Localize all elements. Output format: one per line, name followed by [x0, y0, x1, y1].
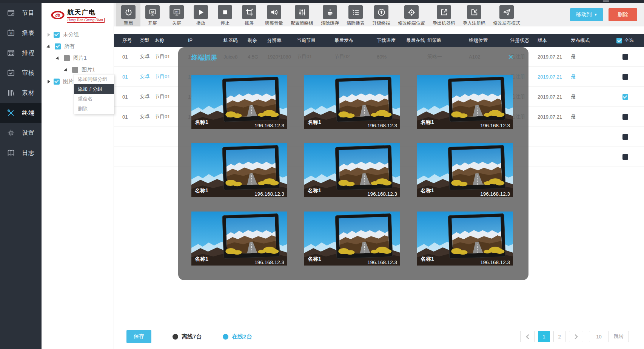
col-header-terminal-location: 终端位置: [469, 37, 510, 44]
terminal-screenshot-tile[interactable]: 名称1 196.168.12.3: [191, 143, 287, 197]
toolbar-button[interactable]: NO 开屏: [140, 3, 165, 26]
toolbar-button-label: 修改终端位置: [398, 20, 425, 26]
sidebar-item[interactable]: 审核: [0, 63, 42, 83]
tree-node[interactable]: 所有: [42, 40, 114, 52]
terminal-screenshot-tile[interactable]: 名称1 196.168.12.3: [304, 75, 400, 129]
sidebar: 节目 23 播表 排程 审核 素材 终端 设置 日志: [0, 3, 42, 349]
table-header: 序号 类型 名称 IP 机器码 剩余 分辨率 当前节目 最后发布 下载进度 最后…: [114, 34, 644, 47]
toolbar-button-label: 调整音量: [265, 20, 283, 26]
delete-button[interactable]: 删除: [609, 8, 637, 21]
tree-node-checkbox[interactable]: [54, 79, 60, 85]
jump-button[interactable]: 跳转: [609, 331, 629, 342]
tree-node-checkbox[interactable]: [55, 43, 61, 49]
row-checkbox[interactable]: [622, 114, 628, 120]
page-button[interactable]: 2: [553, 331, 565, 342]
tree-expand-icon[interactable]: [46, 45, 52, 51]
cell-seq: 01: [122, 74, 140, 80]
terminal-screenshot-tile[interactable]: 名称1 196.168.12.3: [191, 212, 287, 266]
tree-expand-icon[interactable]: [64, 68, 70, 74]
col-header-machine-code: 机器码: [223, 37, 248, 44]
sidebar-item-label: 日志: [22, 149, 35, 157]
tree-expand-icon[interactable]: [48, 80, 52, 83]
sidebar-item[interactable]: 排程: [0, 43, 42, 63]
sidebar-item[interactable]: 日志: [0, 143, 42, 163]
toolbar-button[interactable]: 调整音量: [261, 3, 287, 26]
move-to-label: 移动到: [576, 11, 592, 18]
tree-node-checkbox[interactable]: [72, 67, 78, 73]
sidebar-item[interactable]: 素材: [0, 83, 42, 103]
toolbar-button[interactable]: 修改发布模式: [489, 3, 524, 26]
select-all-checkbox[interactable]: [616, 38, 622, 43]
page-button[interactable]: 1: [538, 331, 550, 342]
tree-node-checkbox[interactable]: [64, 55, 70, 61]
svg-text:db: db: [55, 13, 60, 17]
save-button[interactable]: 保存: [126, 330, 151, 343]
toolbar-button[interactable]: OFF 关屏: [165, 3, 189, 26]
terminal-screenshot-tile[interactable]: 名称1 196.168.12.3: [417, 212, 513, 266]
toolbar-button[interactable]: 抓屏: [237, 3, 261, 26]
close-icon[interactable]: ×: [508, 53, 513, 61]
sidebar-item[interactable]: 设置: [0, 123, 42, 143]
toolbar-button[interactable]: 播放: [189, 3, 213, 26]
move-to-button[interactable]: 移动到 ▼: [570, 8, 603, 21]
toolbar-button-label: 停止: [220, 20, 230, 26]
toolbar-button[interactable]: 升级终端: [368, 3, 394, 26]
cell-version: 2019.07.21: [538, 114, 571, 120]
toolbar-button[interactable]: 停止: [213, 3, 237, 26]
next-page-button[interactable]: [569, 331, 583, 342]
tree-node[interactable]: 图片1: [42, 52, 114, 64]
tile-terminal-ip: 196.168.12.3: [480, 123, 510, 128]
tree-node-label: 未分组: [63, 31, 79, 38]
toolbar-button-icon: [323, 5, 337, 19]
tree-expand-icon[interactable]: [55, 56, 62, 62]
context-menu-item[interactable]: 添加同级分组: [74, 74, 114, 84]
terminal-screenshot-tile[interactable]: 名称1 196.168.12.3: [417, 75, 513, 129]
toolbar-button[interactable]: 重启: [116, 3, 140, 26]
toolbar-button-icon: [295, 5, 309, 19]
tree-expand-icon[interactable]: [48, 33, 52, 37]
row-checkbox[interactable]: [622, 54, 628, 60]
terminal-screenshot-tile[interactable]: 名称1 196.168.12.3: [191, 75, 287, 129]
cell-type: 安卓: [140, 73, 155, 80]
context-menu-item[interactable]: 删除: [74, 104, 114, 114]
toolbar-button-label: 清除缓存: [321, 20, 339, 26]
cell-seq: 01: [122, 54, 140, 60]
sidebar-item[interactable]: 终端: [0, 103, 42, 123]
toolbar-button[interactable]: 配置策略组: [287, 3, 317, 26]
terminal-screenshot-tile[interactable]: 名称1 196.168.12.3: [304, 212, 400, 266]
sidebar-item[interactable]: 节目: [0, 3, 42, 23]
row-checkbox[interactable]: [622, 74, 628, 80]
row-checkbox[interactable]: [622, 154, 628, 160]
tree-node-checkbox[interactable]: [54, 32, 60, 38]
toolbar-button[interactable]: 导入注册码: [459, 3, 489, 26]
pagination: 1 2 10 跳转: [520, 331, 629, 342]
tile-terminal-name: 名称1: [420, 187, 434, 193]
window-scrollbar-thumb[interactable]: [603, 0, 609, 2]
offline-count-label: 离线7台: [182, 333, 202, 340]
tile-terminal-name: 名称1: [307, 119, 321, 125]
toolbar-button[interactable]: 修改终端位置: [394, 3, 429, 26]
toolbar-button-label: 导入注册码: [463, 20, 485, 26]
toolbar-button[interactable]: 导出机器码: [429, 3, 459, 26]
context-menu-item[interactable]: 添加子分组: [74, 84, 114, 94]
sidebar-item-label: 排程: [22, 49, 35, 57]
offline-dot-icon: [173, 334, 178, 340]
row-checkbox[interactable]: [622, 94, 628, 100]
prev-page-button[interactable]: [520, 331, 535, 342]
brand-subtitle: Hang Tian Guang Dian: [67, 18, 105, 23]
row-checkbox[interactable]: [622, 134, 628, 140]
toolbar-button[interactable]: 清除缓存: [317, 3, 343, 26]
terminal-screenshot-tile[interactable]: 名称1 196.168.12.3: [417, 143, 513, 197]
context-menu-item[interactable]: 重命名: [74, 94, 114, 104]
jump-page-input[interactable]: 10: [589, 331, 609, 342]
toolbar: 重启 NO 开屏 OFF 关屏 播放 停止: [114, 3, 644, 26]
terminal-screenshot-tile[interactable]: 名称1 196.168.12.3: [304, 143, 400, 197]
col-header-remaining: 剩余: [248, 37, 267, 44]
toolbar-button[interactable]: 清除播表: [343, 3, 368, 26]
capture-grid: 名称1 196.168.12.3: [178, 63, 528, 266]
sidebar-item-label: 终端: [22, 109, 35, 117]
toolbar-button-icon: [374, 5, 388, 19]
tree-node[interactable]: 未分组: [42, 29, 114, 40]
sidebar-item[interactable]: 23 播表: [0, 23, 42, 43]
toolbar-button-label: 导出机器码: [433, 20, 455, 26]
